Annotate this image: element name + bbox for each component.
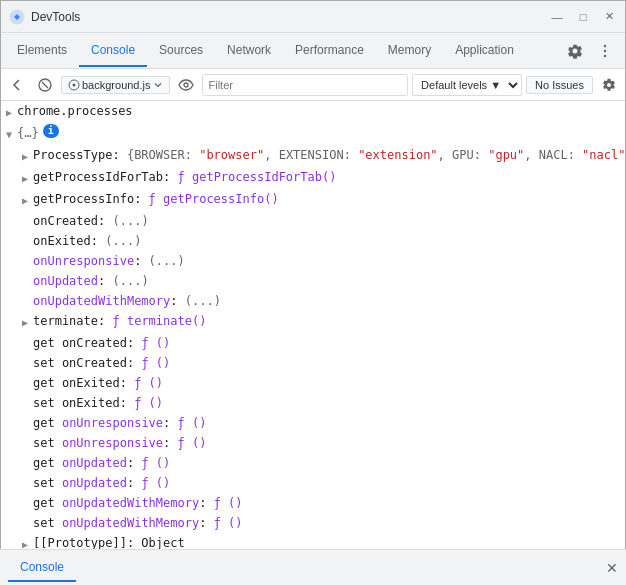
tab-network[interactable]: Network <box>215 35 283 67</box>
tab-bar-actions <box>563 39 621 63</box>
file-selector[interactable]: background.js <box>61 76 170 94</box>
get-process-info-line: ▶ getProcessInfo: ƒ getProcessInfo() <box>1 189 625 211</box>
minimize-button[interactable]: — <box>549 9 565 25</box>
info-badge: i <box>43 124 59 138</box>
collapse-arrow[interactable]: ▼ <box>1 124 17 144</box>
console-breadcrumb-line: ▶ chrome.processes <box>1 101 625 123</box>
object-brace: {…} <box>17 124 39 142</box>
svg-line-5 <box>42 82 48 88</box>
on-updated-with-memory-line: onUpdatedWithMemory: (...) <box>1 291 625 311</box>
process-type-key: ProcessType: <box>33 146 127 164</box>
set-on-exited-line: set onExited: ƒ () <box>1 393 625 413</box>
file-label-text: background.js <box>82 79 151 91</box>
on-exited-line: onExited: (...) <box>1 231 625 251</box>
chevron-down-icon <box>153 80 163 90</box>
console-settings-button[interactable] <box>597 73 621 97</box>
title-bar: DevTools — □ ✕ <box>1 1 625 33</box>
tab-elements[interactable]: Elements <box>5 35 79 67</box>
back-icon <box>10 78 24 92</box>
get-process-id-for-tab-line: ▶ getProcessIdForTab: ƒ getProcessIdForT… <box>1 167 625 189</box>
level-select[interactable]: Default levels ▼ Verbose Info Warnings E… <box>412 74 522 96</box>
clear-button[interactable] <box>33 73 57 97</box>
settings-button[interactable] <box>563 39 587 63</box>
more-icon <box>597 43 613 59</box>
expand-arrow[interactable]: ▶ <box>17 312 33 332</box>
console-output: ▶ chrome.processes ▼ {…} i ▶ ProcessType… <box>1 101 625 550</box>
bottom-close-button[interactable]: ✕ <box>606 560 618 576</box>
bottom-console-tab[interactable]: Console <box>8 554 76 582</box>
filter-input[interactable] <box>202 74 409 96</box>
tab-application[interactable]: Application <box>443 35 526 67</box>
expand-arrow[interactable]: ▶ <box>17 190 33 210</box>
svg-point-1 <box>604 44 606 46</box>
devtools-app-icon <box>9 9 25 25</box>
get-on-created-line: get onCreated: ƒ () <box>1 333 625 353</box>
set-on-created-line: set onCreated: ƒ () <box>1 353 625 373</box>
app-title: DevTools <box>31 10 549 24</box>
svg-point-7 <box>73 83 76 86</box>
window-controls: — □ ✕ <box>549 9 617 25</box>
set-on-unresponsive-line: set onUnresponsive: ƒ () <box>1 433 625 453</box>
close-button[interactable]: ✕ <box>601 9 617 25</box>
process-type-line: ▶ ProcessType: {BROWSER: "browser", EXTE… <box>1 145 625 167</box>
on-created-line: onCreated: (...) <box>1 211 625 231</box>
console-toolbar: background.js Default levels ▼ Verbose I… <box>1 69 625 101</box>
navigate-back-button[interactable] <box>5 73 29 97</box>
expand-arrow[interactable]: ▶ <box>17 534 33 550</box>
file-icon <box>68 79 80 91</box>
set-on-updated-with-memory-line: set onUpdatedWithMemory: ƒ () <box>1 513 625 533</box>
bottom-bar: Console ✕ <box>0 549 626 585</box>
get-on-unresponsive-line: get onUnresponsive: ƒ () <box>1 413 625 433</box>
tab-performance[interactable]: Performance <box>283 35 376 67</box>
settings-icon <box>602 78 616 92</box>
svg-point-2 <box>604 49 606 51</box>
svg-point-3 <box>604 54 606 56</box>
prototype-line: ▶ [[Prototype]]: Object <box>1 533 625 550</box>
on-unresponsive-line: onUnresponsive: (...) <box>1 251 625 271</box>
breadcrumb-text: chrome.processes <box>17 102 133 120</box>
terminate-line: ▶ terminate: ƒ terminate() <box>1 311 625 333</box>
expand-arrow[interactable]: ▶ <box>17 168 33 188</box>
maximize-button[interactable]: □ <box>575 9 591 25</box>
issues-badge[interactable]: No Issues <box>526 76 593 94</box>
tab-sources[interactable]: Sources <box>147 35 215 67</box>
get-on-updated-line: get onUpdated: ƒ () <box>1 453 625 473</box>
tab-memory[interactable]: Memory <box>376 35 443 67</box>
expand-arrow[interactable]: ▶ <box>1 102 17 122</box>
object-line: ▼ {…} i <box>1 123 625 145</box>
clear-icon <box>37 77 53 93</box>
svg-point-8 <box>184 83 188 87</box>
eye-button[interactable] <box>174 73 198 97</box>
eye-icon <box>178 77 194 93</box>
set-on-updated-line: set onUpdated: ƒ () <box>1 473 625 493</box>
get-on-exited-line: get onExited: ƒ () <box>1 373 625 393</box>
gear-icon <box>567 43 583 59</box>
on-updated-line: onUpdated: (...) <box>1 271 625 291</box>
more-button[interactable] <box>593 39 617 63</box>
main-tab-bar: Elements Console Sources Network Perform… <box>1 33 625 69</box>
get-on-updated-with-memory-line: get onUpdatedWithMemory: ƒ () <box>1 493 625 513</box>
tab-console[interactable]: Console <box>79 35 147 67</box>
expand-arrow[interactable]: ▶ <box>17 146 33 166</box>
